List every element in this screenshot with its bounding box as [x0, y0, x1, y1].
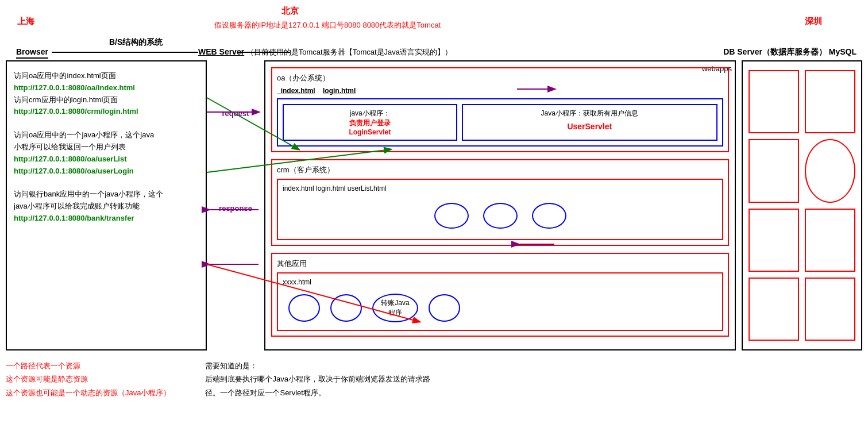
block1-line4: http://127.0.0.1:8080/crm/login.html — [14, 106, 199, 118]
db-box-5 — [805, 209, 855, 272]
dbserver-panel — [742, 60, 862, 350]
label-bs: B/S结构的系统 — [109, 37, 163, 48]
note6: 径。一个路径对应一个Servlet程序。 — [205, 386, 430, 399]
oa-links: _index.html login.html — [277, 87, 723, 95]
other-panel: 其他应用 xxxx.html 转账Java程序 — [271, 253, 729, 337]
other-ellipse-1 — [288, 294, 320, 322]
db-oval-1 — [805, 139, 855, 202]
block3-line2: java小程序可以给我完成账户转账功能 — [14, 201, 199, 213]
note3: 这个资源也可能是一个动态的资源（Java小程序） — [6, 386, 171, 399]
db-box-3 — [749, 139, 799, 202]
block1-line1: 访问oa应用中的index.html页面 — [14, 70, 199, 82]
webserver-line — [238, 52, 290, 53]
note1: 一个路径代表一个资源 — [6, 359, 171, 372]
browser-line — [52, 52, 198, 53]
block1-line3: 访问crm应用中的login.html页面 — [14, 94, 199, 106]
login-servlet-line1: 负责用户登录 — [288, 118, 452, 128]
oa-servlet-area: java小程序： 负责用户登录 LoginServlet Java小程序：获取所… — [283, 104, 717, 141]
other-ellipse-2 — [330, 294, 362, 322]
db-box-4 — [749, 209, 799, 272]
other-title: 其他应用 — [277, 259, 723, 269]
db-box-6 — [749, 278, 799, 341]
url-block-1: 访问oa应用中的index.html页面 http://127.0.0.1:80… — [14, 70, 199, 118]
note-left: 一个路径代表一个资源 这个资源可能是静态资源 这个资源也可能是一个动态的资源（J… — [6, 359, 171, 434]
label-shenzhen: 深圳 — [805, 16, 822, 27]
db-box-2 — [805, 70, 855, 133]
other-inner-box: xxxx.html 转账Java程序 — [277, 272, 723, 331]
label-dbserver: DB Server（数据库服务器） MySQL — [723, 47, 857, 57]
block2-line1: 访问oa应用中的一个java小程序，这个java — [14, 129, 199, 141]
other-files: xxxx.html — [283, 278, 717, 286]
url-block-3: 访问银行bank应用中的一个java小程序，这个 java小程序可以给我完成账户… — [14, 188, 199, 224]
transfer-label: 转账Java程序 — [381, 298, 409, 318]
label-beijing: 北京 — [281, 6, 299, 17]
arrow-column: request response — [213, 60, 259, 350]
crm-ellipses — [283, 197, 717, 234]
request-label: request — [213, 109, 259, 118]
crm-ellipse-3 — [532, 203, 566, 229]
crm-panel: crm（客户系统） index.html login.html userList… — [271, 159, 729, 246]
oa-index-link: _index.html — [277, 87, 315, 95]
block2-line3: http://127.0.0.1:8080/oa/userList — [14, 153, 199, 165]
crm-ellipse-2 — [483, 203, 518, 229]
block2-line4: http://127.0.0.1:8080/oa/userLogin — [14, 165, 199, 178]
user-servlet-name: UserServlet — [468, 122, 712, 131]
webserver-panel: webapps oa（办公系统） _index.html login.html … — [264, 60, 736, 350]
crm-inner-box: index.html login.html userList.html — [277, 179, 723, 240]
note5: 后端到底要执行哪个Java小程序，取决于你前端浏览器发送的请求路 — [205, 372, 430, 386]
block3-line3: http://127.0.0.1:8080/bank/transfer — [14, 213, 199, 225]
oa-title: oa（办公系统） — [277, 73, 723, 83]
note-right: 需要知道的是： 后端到底要执行哪个Java小程序，取决于你前端浏览器发送的请求路… — [205, 359, 430, 434]
block3-line1: 访问银行bank应用中的一个java小程序，这个 — [14, 188, 199, 201]
url-block-2: 访问oa应用中的一个java小程序，这个java 小程序可以给我返回一个用户列表… — [14, 129, 199, 177]
db-box-1 — [749, 70, 799, 133]
response-label: response — [213, 204, 259, 213]
login-servlet-name: LoginServlet — [288, 128, 452, 136]
label-beijing-sub: 假设服务器的IP地址是127.0.0.1 端口号8080 8080代表的就是To… — [207, 20, 448, 30]
oa-inner-box: java小程序： 负责用户登录 LoginServlet Java小程序：获取所… — [277, 98, 723, 147]
bottom-notes: 一个路径代表一个资源 这个资源可能是静态资源 这个资源也可能是一个动态的资源（J… — [6, 359, 862, 434]
browser-panel: 访问oa应用中的index.html页面 http://127.0.0.1:80… — [6, 60, 207, 350]
top-labels-area: 上海 北京 假设服务器的IP地址是127.0.0.1 端口号8080 8080代… — [0, 0, 868, 57]
login-servlet-box: java小程序： 负责用户登录 LoginServlet — [283, 104, 457, 141]
user-servlet-box: Java小程序：获取所有用户信息 UserServlet — [462, 104, 717, 141]
user-servlet-title: Java小程序：获取所有用户信息 — [468, 109, 712, 118]
webserver-title: WEB Server — [198, 47, 244, 56]
other-ellipse-3 — [429, 294, 460, 322]
oa-login-link: login.html — [323, 87, 356, 95]
label-browser: Browser — [16, 47, 48, 59]
label-webserver-line: WEB Server （目前使用的是Tomcat服务器【Tomcat是Java语… — [198, 47, 452, 57]
block1-line2: http://127.0.0.1:8080/oa/index.html — [14, 82, 199, 94]
crm-title: crm（客户系统） — [277, 165, 723, 175]
transfer-box: 转账Java程序 — [372, 294, 418, 322]
crm-ellipse-1 — [434, 203, 469, 229]
db-box-7 — [805, 278, 855, 341]
note4: 需要知道的是： — [205, 359, 430, 372]
crm-files: index.html login.html userList.html — [283, 184, 717, 192]
block2-line2: 小程序可以给我返回一个用户列表 — [14, 141, 199, 153]
other-ellipses: 转账Java程序 — [283, 291, 717, 325]
oa-panel: oa（办公系统） _index.html login.html java小程序：… — [271, 67, 729, 152]
note2: 这个资源可能是静态资源 — [6, 372, 171, 386]
oa-inner-title: java小程序： — [288, 109, 452, 118]
label-shanghai: 上海 — [17, 16, 34, 27]
